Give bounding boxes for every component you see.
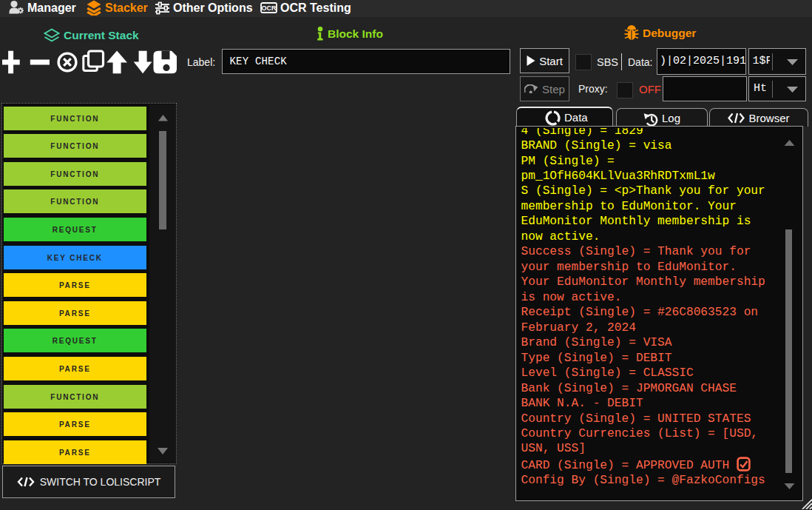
svg-text:OCR: OCR <box>262 4 277 12</box>
